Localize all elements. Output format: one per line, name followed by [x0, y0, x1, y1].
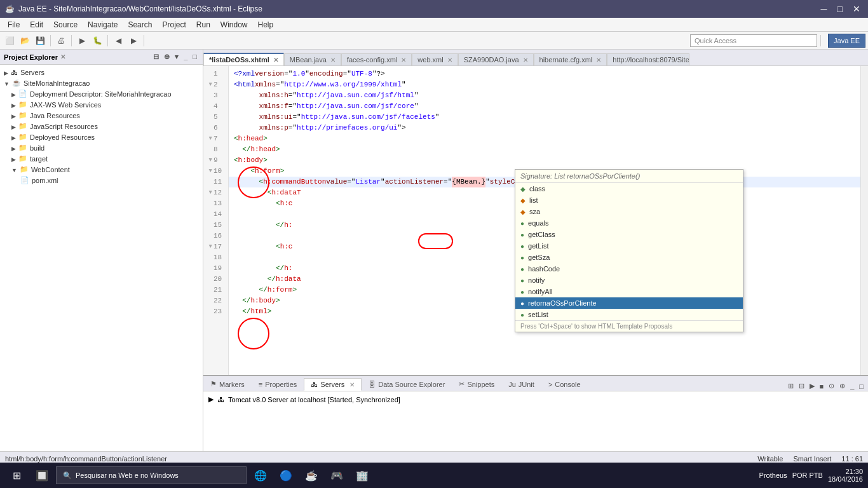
webcontent-arrow-icon — [11, 166, 17, 173]
ac-item-equals[interactable]: ● equals — [515, 217, 743, 229]
editor-scrollbar[interactable] — [860, 66, 868, 375]
tab-snippets[interactable]: ✂ Snippets — [452, 377, 501, 391]
next-button[interactable]: ▶ — [126, 34, 140, 48]
ac-icon-hashcode: ● — [520, 266, 524, 273]
tab-console[interactable]: > Console — [541, 378, 588, 391]
quick-access-input[interactable]: Quick Access — [690, 34, 817, 47]
junit-icon: Ju — [508, 381, 516, 388]
minimize-button[interactable]: ─ — [818, 4, 830, 14]
maximize-button[interactable]: □ — [835, 4, 845, 14]
tab-hibernate-close[interactable]: ✕ — [596, 57, 601, 64]
main-layout: Project Explorer ✕ ⊟ ⊕ ▾ _ □ 🖧 Servers ☕ — [0, 50, 868, 451]
tree-item-target[interactable]: 📁 target — [0, 153, 203, 164]
perspective-button[interactable]: Java EE — [828, 34, 865, 48]
tree-item-deployment[interactable]: 📄 Deployment Descriptor: SiteMoriahInteg… — [0, 88, 203, 99]
prev-button[interactable]: ◀ — [111, 34, 125, 48]
sidebar-close-icon[interactable]: ✕ — [60, 53, 65, 60]
servers-icon: 🖧 — [11, 69, 18, 76]
toolbar-sep-4 — [144, 35, 144, 46]
taskbar-app-extra[interactable]: 🎮 — [325, 464, 348, 465]
ac-item-class[interactable]: ◆ class — [515, 183, 743, 194]
code-editor[interactable]: 1 ▼2 3 4 5 6 ▼7 8 ▼9 ▼10 11 ▼12 13 14 15… — [203, 66, 868, 375]
bottom-panel-icon1[interactable]: ⊞ — [786, 381, 796, 391]
taskbar-app-ie[interactable]: 🌐 — [249, 464, 272, 465]
taskbar-app-eclipse[interactable]: ☕ — [300, 464, 323, 465]
tab-faces-config-close[interactable]: ✕ — [401, 57, 406, 64]
tab-mbean[interactable]: MBean.java ✕ — [284, 53, 341, 65]
menu-source[interactable]: Source — [48, 19, 83, 30]
bottom-panel-icon6[interactable]: ⊕ — [837, 381, 847, 391]
jaxws-arrow-icon — [11, 101, 16, 109]
menu-run[interactable]: Run — [191, 19, 215, 30]
tab-web-xml-close[interactable]: ✕ — [447, 57, 452, 64]
sidebar-min[interactable]: _ — [182, 52, 189, 62]
tab-junit[interactable]: Ju JUnit — [501, 378, 541, 391]
tab-servers[interactable]: 🖧 Servers ✕ — [304, 378, 362, 391]
ac-item-getclass[interactable]: ● getClass — [515, 229, 743, 240]
tab-faces-config[interactable]: faces-config.xml ✕ — [341, 53, 412, 65]
ac-item-notify[interactable]: ● notify — [515, 274, 743, 286]
servers-tab-close[interactable]: ✕ — [349, 381, 355, 388]
bottom-panel-icon2[interactable]: ⊟ — [797, 381, 806, 391]
bottom-panel-icon3[interactable]: ▶ — [808, 381, 817, 391]
bottom-panel-icon4[interactable]: ■ — [818, 382, 826, 391]
tree-item-build[interactable]: 📁 build — [0, 142, 203, 153]
task-view-button[interactable]: 🔲 — [31, 464, 53, 465]
tab-sza990dao[interactable]: SZA990DAO.java ✕ — [458, 53, 534, 65]
start-button[interactable]: ⊞ — [5, 464, 28, 465]
print-button[interactable]: 🖨 — [54, 34, 68, 48]
menu-file[interactable]: File — [3, 19, 25, 30]
tab-sza990dao-close[interactable]: ✕ — [523, 57, 528, 64]
tab-markers[interactable]: ⚑ Markers — [203, 377, 252, 391]
new-button[interactable]: ⬜ — [3, 34, 17, 48]
expand-arrow-icon[interactable]: ▶ — [208, 395, 214, 403]
tab-localhost[interactable]: http://localhost:8079/Site... ✕ — [607, 53, 689, 65]
tab-listadeoss[interactable]: *listaDeOSs.xhtml ✕ — [203, 53, 284, 65]
tree-item-jaxws[interactable]: 📁 JAX-WS Web Services — [0, 99, 203, 110]
tree-item-webcontent[interactable]: 📁 WebContent — [0, 164, 203, 175]
bottom-panel-max[interactable]: □ — [857, 382, 865, 391]
taskbar-app-protheus[interactable]: 🏢 — [351, 464, 374, 465]
tree-item-project[interactable]: ☕ SiteMoriahIntegracao — [0, 78, 203, 88]
menu-edit[interactable]: Edit — [25, 19, 48, 30]
close-button[interactable]: ✕ — [850, 4, 863, 14]
editor-area: *listaDeOSs.xhtml ✕ MBean.java ✕ faces-c… — [203, 50, 868, 375]
tab-listadeoss-close[interactable]: ✕ — [273, 57, 278, 64]
ac-item-getsza[interactable]: ● getSza — [515, 252, 743, 263]
tab-hibernate[interactable]: hibernate.cfg.xml ✕ — [534, 53, 607, 65]
menu-project[interactable]: Project — [157, 19, 191, 30]
tab-datasource[interactable]: 🗄 Data Source Explorer — [362, 378, 452, 391]
sidebar-max[interactable]: □ — [191, 52, 199, 62]
tab-mbean-close[interactable]: ✕ — [330, 57, 336, 64]
menu-window[interactable]: Window — [215, 19, 253, 30]
pom-label: pom.xml — [32, 177, 58, 184]
ac-item-list[interactable]: ◆ list — [515, 194, 743, 206]
ac-item-setlist[interactable]: ● setList — [515, 309, 743, 320]
bottom-panel-icon5[interactable]: ⊙ — [827, 381, 836, 391]
tree-item-deployed-resources[interactable]: 📁 Deployed Resources — [0, 132, 203, 142]
bottom-panel-min[interactable]: _ — [848, 382, 856, 391]
menu-search[interactable]: Search — [123, 19, 157, 30]
save-button[interactable]: 💾 — [33, 34, 47, 48]
markers-icon: ⚑ — [210, 380, 217, 388]
open-button[interactable]: 📂 — [18, 34, 32, 48]
tree-item-java-resources[interactable]: 📁 Java Resources — [0, 110, 203, 121]
menu-help[interactable]: Help — [253, 19, 279, 30]
sidebar-menu[interactable]: ▾ — [173, 52, 180, 62]
tab-web-xml[interactable]: web.xml ✕ — [412, 53, 458, 65]
ac-item-retornaoss[interactable]: ● retornaOSsPorCliente — [515, 297, 743, 309]
ac-item-hashcode[interactable]: ● hashCode — [515, 263, 743, 274]
tab-properties[interactable]: ≡ Properties — [252, 378, 304, 391]
sidebar-link-editor[interactable]: ⊕ — [162, 52, 172, 62]
ac-item-notifyall[interactable]: ● notifyAll — [515, 286, 743, 297]
tree-item-servers[interactable]: 🖧 Servers — [0, 67, 203, 78]
run-button[interactable]: ▶ — [75, 34, 89, 48]
ac-item-sza[interactable]: ◆ sza — [515, 206, 743, 217]
menu-navigate[interactable]: Navigate — [83, 19, 123, 30]
ac-item-getlist[interactable]: ● getList — [515, 240, 743, 252]
debug-button[interactable]: 🐛 — [90, 34, 104, 48]
tree-item-pom[interactable]: 📄 pom.xml — [0, 175, 203, 186]
sidebar-collapse-all[interactable]: ⊟ — [151, 52, 161, 62]
tree-item-js-resources[interactable]: 📁 JavaScript Resources — [0, 121, 203, 132]
taskbar-app-chrome[interactable]: 🔵 — [275, 464, 297, 465]
